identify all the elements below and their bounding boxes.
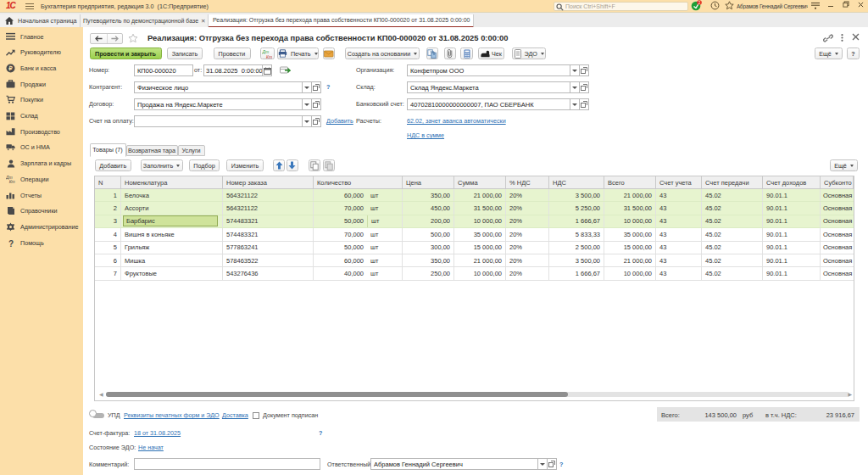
svg-text:Кт: Кт xyxy=(9,179,15,184)
svg-text:₽: ₽ xyxy=(8,65,13,71)
svg-text:Кт: Кт xyxy=(266,53,272,59)
svg-text:?: ? xyxy=(8,238,13,248)
